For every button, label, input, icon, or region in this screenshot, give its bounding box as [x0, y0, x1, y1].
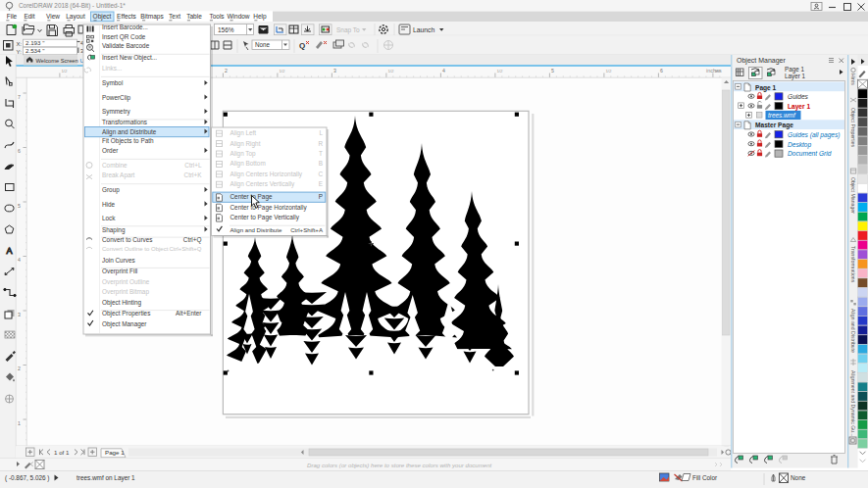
svg-text:5: 5 — [551, 68, 554, 73]
svg-text:Transformations: Transformations — [850, 246, 856, 283]
svg-text:Object: Object — [93, 13, 112, 21]
svg-text:Ctrl+K: Ctrl+K — [184, 171, 203, 178]
svg-text:3: 3 — [18, 312, 21, 317]
svg-text:Break Apart: Break Apart — [102, 171, 135, 179]
svg-text:Guides: Guides — [788, 93, 809, 100]
svg-text:Y:: Y: — [17, 49, 23, 55]
svg-text:Symmetry: Symmetry — [102, 108, 131, 116]
svg-text:Alignment and Dynamic Gu...: Alignment and Dynamic Gu... — [850, 370, 856, 436]
svg-text:R: R — [318, 140, 323, 147]
svg-text:P: P — [319, 193, 323, 200]
svg-text:Ctrl+Q: Ctrl+Q — [183, 236, 202, 244]
svg-text:Ctrl+Shift+A: Ctrl+Shift+A — [290, 226, 324, 233]
svg-text:2.193 ": 2.193 " — [26, 39, 44, 46]
svg-text:Convert Outline to Object: Convert Outline to Object — [102, 246, 169, 252]
svg-text:PowerClip: PowerClip — [102, 94, 131, 102]
svg-text:Overprint Fill: Overprint Fill — [102, 268, 137, 275]
svg-text:2: 2 — [225, 68, 228, 73]
svg-text:Ctrl+Shift+Q: Ctrl+Shift+Q — [169, 246, 201, 252]
svg-text:None: None — [791, 474, 806, 481]
svg-text:X:: X: — [17, 41, 23, 47]
svg-text:Window: Window — [227, 13, 249, 20]
svg-text:Insert New Object...: Insert New Object... — [102, 54, 157, 62]
svg-text:Object Properties: Object Properties — [850, 108, 856, 147]
svg-text:Object Manager: Object Manager — [102, 320, 147, 328]
svg-text:Join Curves: Join Curves — [102, 257, 135, 264]
svg-text:Combine: Combine — [102, 162, 128, 169]
svg-text:Help: Help — [253, 13, 267, 21]
svg-text:E: E — [319, 180, 323, 187]
svg-text:Page 1: Page 1 — [105, 449, 125, 456]
svg-text:Table: Table — [186, 13, 202, 20]
svg-text:File: File — [7, 13, 18, 20]
svg-text:Convert to Curves: Convert to Curves — [102, 236, 153, 243]
svg-text:Insert QR Code: Insert QR Code — [102, 33, 146, 41]
svg-text:Align and Distribute: Align and Distribute — [850, 309, 856, 353]
svg-text:Launch: Launch — [413, 26, 435, 33]
svg-text:1/2: 1/2 — [387, 69, 394, 73]
svg-text:Align Top: Align Top — [230, 150, 257, 158]
svg-text:( -0.867, 5.026 ): ( -0.867, 5.026 ) — [5, 474, 49, 482]
svg-text:Alt+Enter: Alt+Enter — [176, 310, 202, 317]
svg-text:None: None — [255, 41, 271, 48]
svg-text:Fill Color: Fill Color — [692, 474, 718, 481]
svg-text:Hints: Hints — [850, 73, 856, 85]
svg-text:Overprint Bitmap: Overprint Bitmap — [102, 288, 149, 296]
svg-text:Q: Q — [299, 41, 305, 50]
svg-text:L: L — [319, 129, 323, 136]
svg-text:Align and Distribute: Align and Distribute — [230, 226, 282, 233]
svg-text:1/2: 1/2 — [605, 69, 612, 73]
svg-text:Links...: Links... — [102, 65, 122, 72]
svg-text:Guides (all pages): Guides (all pages) — [788, 131, 841, 139]
svg-text:Lock: Lock — [102, 215, 116, 221]
svg-text:7: 7 — [18, 94, 21, 100]
svg-text:Fit Objects to Path: Fit Objects to Path — [102, 137, 154, 145]
svg-text:A: A — [6, 246, 12, 256]
svg-text:Layer 1: Layer 1 — [788, 103, 810, 111]
svg-text:View: View — [46, 13, 60, 20]
svg-text:Insert Barcode...: Insert Barcode... — [102, 24, 148, 30]
svg-text:2: 2 — [18, 366, 21, 371]
svg-text:T: T — [319, 150, 323, 157]
svg-text:Edit: Edit — [24, 13, 34, 20]
svg-text:Align Centers Horizontally: Align Centers Horizontally — [230, 171, 303, 178]
svg-text:inches: inches — [706, 68, 722, 73]
svg-text:Align and Distribute: Align and Distribute — [102, 128, 157, 136]
svg-text:1 of 1: 1 of 1 — [54, 449, 70, 456]
svg-text:Shaping: Shaping — [102, 226, 126, 234]
svg-text:4: 4 — [18, 257, 21, 263]
svg-text:4: 4 — [442, 68, 445, 73]
svg-text:6: 6 — [18, 148, 21, 154]
svg-text:Align Left: Align Left — [230, 129, 257, 137]
svg-text:trees.wmf: trees.wmf — [768, 112, 796, 119]
svg-text:2.534 ": 2.534 " — [26, 47, 44, 54]
svg-text:Master Page: Master Page — [755, 122, 793, 129]
svg-text:Center to Page Horizontally: Center to Page Horizontally — [230, 204, 308, 212]
svg-text:156%: 156% — [218, 26, 234, 33]
svg-text:6: 6 — [660, 68, 663, 73]
svg-text:5: 5 — [18, 203, 21, 209]
svg-text:Bitmaps: Bitmaps — [140, 13, 164, 21]
svg-text:Tools: Tools — [209, 13, 225, 20]
svg-text:Object Hinting: Object Hinting — [102, 299, 142, 307]
svg-text:1/2: 1/2 — [496, 69, 503, 73]
svg-text:Snap To: Snap To — [336, 26, 360, 34]
svg-text:Order: Order — [102, 147, 119, 154]
svg-text:Text: Text — [169, 13, 180, 20]
svg-text:1/2: 1/2 — [61, 69, 68, 73]
svg-text:Welcome Screen: Welcome Screen — [36, 58, 78, 64]
svg-text:Align Centers Vertically: Align Centers Vertically — [230, 180, 296, 188]
svg-text:Effects: Effects — [117, 13, 137, 20]
svg-text:Center to Page Vertically: Center to Page Vertically — [230, 214, 300, 221]
svg-text:Object Properties: Object Properties — [102, 310, 150, 317]
svg-text:Object Manager: Object Manager — [737, 57, 786, 65]
svg-text:B: B — [319, 160, 323, 167]
svg-text:trees.wmf on Layer 1: trees.wmf on Layer 1 — [77, 474, 135, 482]
svg-text:Document Grid: Document Grid — [788, 150, 832, 157]
svg-text:Ctrl+L: Ctrl+L — [184, 162, 202, 169]
svg-text:Page 1: Page 1 — [755, 84, 777, 92]
svg-text:1/2: 1/2 — [279, 69, 285, 73]
svg-text:Align Right: Align Right — [230, 140, 261, 148]
svg-text:Validate Barcode: Validate Barcode — [102, 42, 150, 49]
svg-text:Drag colors (or objects) here: Drag colors (or objects) here to store t… — [307, 462, 492, 468]
